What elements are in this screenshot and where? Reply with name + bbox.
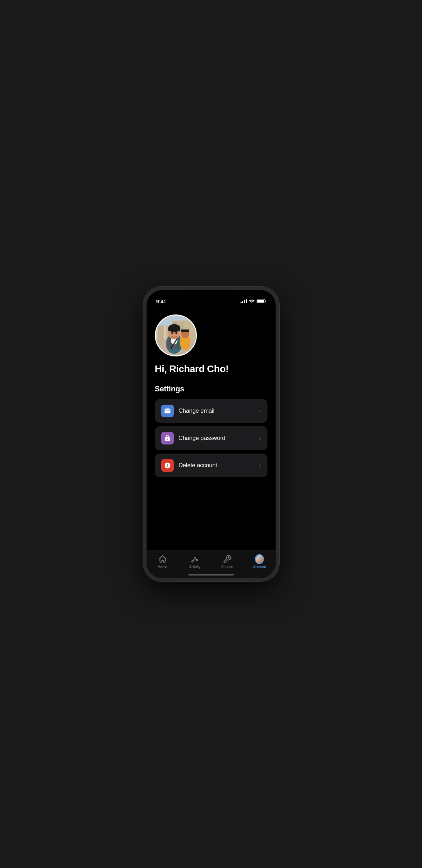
nav-home[interactable]: Home	[150, 554, 175, 570]
svg-point-19	[175, 332, 177, 334]
nav-service-label: Service	[221, 565, 233, 569]
svg-point-16	[168, 324, 180, 332]
svg-rect-22	[181, 330, 189, 332]
bottom-navigation: Home Activity Service	[146, 550, 276, 571]
svg-rect-17	[168, 328, 180, 331]
nav-service[interactable]: Service	[215, 554, 239, 570]
service-icon	[223, 555, 232, 564]
delete-account-chevron: ›	[259, 462, 261, 469]
change-email-chevron: ›	[259, 408, 261, 414]
settings-section: Settings Change email ›	[155, 384, 267, 477]
svg-rect-9	[167, 339, 170, 349]
delete-account-item[interactable]: Delete account ›	[155, 454, 267, 477]
delete-account-label: Delete account	[179, 462, 217, 469]
home-icon	[158, 555, 167, 564]
notch	[189, 290, 233, 303]
svg-point-23	[192, 560, 193, 562]
activity-icon	[190, 555, 199, 564]
phone-frame: 9:41	[143, 287, 279, 581]
settings-list: Change email › Change password ›	[155, 399, 267, 477]
home-indicator	[146, 571, 276, 578]
wifi-icon	[249, 299, 255, 303]
profile-section: Hi, Richard Cho!	[155, 314, 267, 375]
nav-account-label: Account	[253, 565, 266, 569]
signal-icon	[241, 299, 247, 303]
status-time: 9:41	[156, 298, 166, 304]
nav-activity-label: Activity	[189, 565, 200, 569]
nav-account[interactable]: Account	[247, 554, 272, 570]
change-password-label: Change password	[179, 435, 226, 442]
avatar[interactable]	[155, 314, 197, 356]
change-password-item[interactable]: Change password ›	[155, 426, 267, 450]
svg-point-24	[194, 558, 195, 559]
status-icons	[241, 299, 266, 303]
delete-icon	[161, 459, 174, 472]
settings-title: Settings	[155, 384, 267, 393]
nav-avatar	[255, 554, 264, 564]
greeting-text: Hi, Richard Cho!	[155, 363, 267, 375]
change-email-item[interactable]: Change email ›	[155, 399, 267, 423]
nav-activity[interactable]: Activity	[183, 554, 207, 570]
account-icon	[255, 555, 264, 564]
svg-point-18	[171, 332, 173, 334]
change-password-chevron: ›	[259, 435, 261, 441]
nav-home-label: Home	[158, 565, 167, 569]
change-email-label: Change email	[179, 407, 215, 414]
email-icon	[161, 405, 174, 417]
main-content: Hi, Richard Cho! Settings Change email	[146, 308, 276, 550]
battery-icon	[257, 299, 266, 303]
password-icon	[161, 432, 174, 444]
